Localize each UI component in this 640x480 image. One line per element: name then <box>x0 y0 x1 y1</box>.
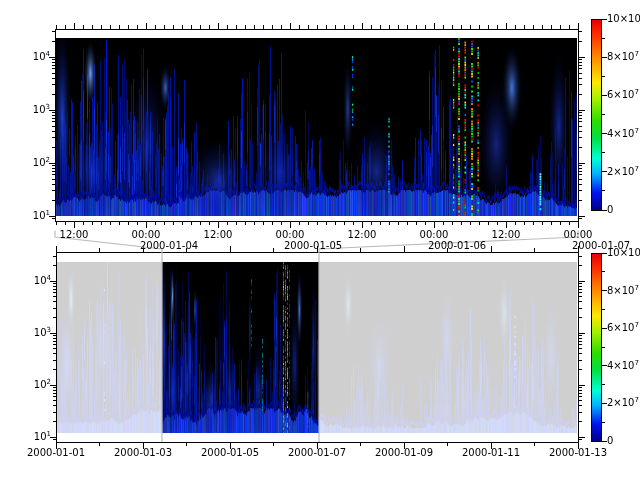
bottom-y-tick-label: 103 <box>34 328 51 339</box>
bottom-x-tick-label: 2000-01-01 <box>27 448 85 458</box>
top-x-tick-label: 12:00 <box>204 230 233 240</box>
top-x-tick-label: 00:00 <box>132 230 161 240</box>
bottom-colorbar-tick-label: 8×107 <box>607 285 639 296</box>
top-y-tick-label: 101 <box>33 211 50 222</box>
bottom-x-tick-label: 2000-01-07 <box>288 448 346 458</box>
top-y-tick-label: 104 <box>33 52 50 63</box>
bottom-colorbar-tick-label: 2×107 <box>607 398 639 409</box>
top-colorbar-tick-label: 10×107 <box>607 14 640 25</box>
top-panel-axes <box>55 29 579 222</box>
top-colorbar-tick-label: 8×107 <box>607 52 639 63</box>
context-highlight-region[interactable] <box>162 249 319 442</box>
bottom-y-tick-label: 104 <box>34 276 51 287</box>
bottom-x-tick-label: 2000-01-09 <box>375 448 433 458</box>
top-x-tick-label: 00:00 <box>564 230 593 240</box>
bottom-colorbar-tick-label: 0 <box>607 436 613 446</box>
top-x-tick-label: 12:00 <box>348 230 377 240</box>
bottom-x-tick-label: 2000-01-13 <box>549 448 607 458</box>
top-y-tick-label: 103 <box>33 105 50 116</box>
top-x-date-label: 2000-01-07 <box>572 241 630 251</box>
top-x-tick-label: 00:00 <box>276 230 305 240</box>
bottom-colorbar-tick-label: 10×107 <box>607 248 640 259</box>
top-colorbar-tick-label: 2×107 <box>607 166 639 177</box>
top-colorbar-tick-label: 4×107 <box>607 128 639 139</box>
top-x-tick-label: 00:00 <box>420 230 449 240</box>
top-x-date-label: 2000-01-06 <box>428 241 486 251</box>
bottom-x-tick-label: 2000-01-03 <box>114 448 172 458</box>
top-x-tick-label: 12:00 <box>60 230 89 240</box>
bottom-y-tick-label: 102 <box>34 380 51 391</box>
bottom-colorbar-tick-label: 4×107 <box>607 360 639 371</box>
bottom-y-tick-label: 101 <box>34 432 51 443</box>
top-colorbar <box>591 19 602 211</box>
top-colorbar-tick-label: 0 <box>607 205 613 215</box>
bottom-colorbar <box>591 253 602 442</box>
top-x-tick-label: 12:00 <box>492 230 521 240</box>
spectrogram-figure: 12:0000:002000-01-0412:0000:002000-01-05… <box>0 0 640 480</box>
bottom-x-tick-label: 2000-01-05 <box>201 448 259 458</box>
bottom-x-tick-label: 2000-01-11 <box>462 448 520 458</box>
top-y-tick-label: 102 <box>33 158 50 169</box>
bottom-colorbar-tick-label: 6×107 <box>607 323 639 334</box>
top-colorbar-tick-label: 6×107 <box>607 90 639 101</box>
